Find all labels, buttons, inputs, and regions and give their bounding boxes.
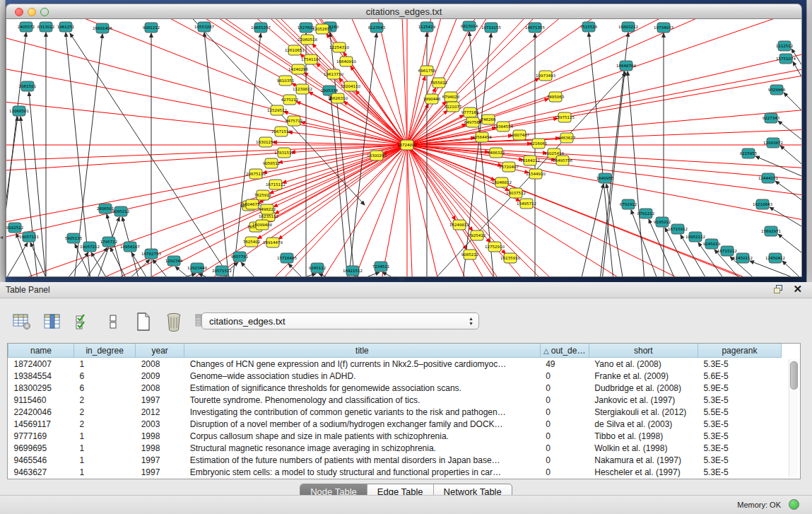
close-icon[interactable]: ✕ xyxy=(793,283,802,296)
graph-node[interactable]: 10655257 xyxy=(251,23,271,33)
graph-node[interactable]: 12444151 xyxy=(758,173,778,183)
table-cell[interactable]: 0 xyxy=(540,466,589,478)
graph-node[interactable]: 20564456 xyxy=(472,132,492,142)
table-cell[interactable]: Corpus callosum shape and size in male p… xyxy=(184,430,540,442)
west-collapse-handle-icon[interactable]: ◂ xyxy=(0,234,3,240)
table-cell[interactable]: 2 xyxy=(74,418,136,430)
graph-node[interactable]: 12529512 xyxy=(267,105,287,115)
east-panel-strip[interactable] xyxy=(806,0,812,282)
table-cell[interactable]: 9463627 xyxy=(8,466,74,478)
graph-node[interactable]: 8813014 xyxy=(461,21,478,31)
graph-node[interactable]: 7515526 xyxy=(580,22,598,32)
graph-node[interactable]: 18037512 xyxy=(506,188,526,198)
table-settings-button[interactable] xyxy=(10,310,34,334)
table-cell[interactable]: 0 xyxy=(540,454,589,466)
table-cell[interactable]: Jankovic et al. (1997) xyxy=(589,394,698,406)
graph-node[interactable]: 5498222 xyxy=(259,204,276,214)
graph-node[interactable]: 1640955 xyxy=(596,173,614,183)
table-row[interactable]: 969969511998Structural magnetic resonanc… xyxy=(8,442,782,454)
graph-node[interactable]: 13975115 xyxy=(555,112,575,122)
graph-node[interactable]: 9463627 xyxy=(558,133,576,143)
graph-node[interactable]: 4275212 xyxy=(281,95,299,105)
table-cell[interactable]: 1 xyxy=(74,358,136,370)
graph-node[interactable]: 10719155 xyxy=(481,23,501,33)
graph-node[interactable]: 19384554 xyxy=(493,122,513,132)
table-cell[interactable]: 19384554 xyxy=(8,370,74,382)
graph-node[interactable]: 15720407 xyxy=(499,162,519,172)
graph-node[interactable]: 8123543 xyxy=(368,23,386,33)
graph-node[interactable]: 2405572 xyxy=(18,22,35,32)
table-row[interactable]: 946362711997Embryonic stem cells: a mode… xyxy=(8,466,782,478)
table-cell[interactable]: 2008 xyxy=(136,358,184,370)
graph-node[interactable]: 10958107 xyxy=(120,242,140,252)
graph-node[interactable]: 18301251 xyxy=(256,137,276,147)
table-cell[interactable]: Franke et al. (2009) xyxy=(589,370,698,382)
table-cell[interactable]: 6 xyxy=(74,382,136,394)
graph-node[interactable]: 9475712 xyxy=(286,116,303,126)
table-cell[interactable]: 49 xyxy=(540,358,589,370)
table-cell[interactable]: 2 xyxy=(74,406,136,418)
table-cell[interactable]: 0 xyxy=(540,418,589,430)
graph-node[interactable]: 5905135 xyxy=(65,233,83,243)
graph-node[interactable]: 14240296 xyxy=(288,64,308,74)
graph-node[interactable]: 16640910 xyxy=(336,57,356,66)
graph-node[interactable]: 15249812 xyxy=(449,220,469,230)
table-cell[interactable]: 1 xyxy=(74,442,136,454)
graph-node[interactable]: 12068501 xyxy=(9,106,29,116)
table-row[interactable]: 1872400712008Changes of HCN gene express… xyxy=(8,358,782,370)
table-cell[interactable]: 5.3E-5 xyxy=(698,466,781,478)
graph-node[interactable]: 1112512 xyxy=(776,41,794,51)
window-titlebar[interactable]: citations_edges.txt xyxy=(6,4,802,19)
column-header-in-degree[interactable]: in_degree xyxy=(74,344,136,358)
graph-node[interactable]: 22060518 xyxy=(298,35,317,45)
table-cell[interactable]: Stergiakouli et al. (2012) xyxy=(589,406,698,418)
graph-node[interactable]: 10952112 xyxy=(686,232,705,242)
graph-node[interactable]: 746266 xyxy=(481,115,496,124)
graph-node[interactable]: 6216061 xyxy=(530,139,548,148)
column-header-name[interactable]: name xyxy=(8,344,74,358)
graph-node[interactable]: 6497568 xyxy=(464,117,482,127)
graph-node[interactable]: 1292344 xyxy=(165,256,183,266)
graph-node[interactable]: 20571512 xyxy=(212,266,232,276)
column-header-short[interactable]: short xyxy=(589,344,698,358)
graph-node[interactable]: 5121077 xyxy=(445,102,462,112)
table-cell[interactable]: 9115460 xyxy=(8,394,74,406)
table-cell[interactable]: Changes of HCN gene expression and I(f) … xyxy=(184,358,540,370)
graph-node[interactable]: 16782753 xyxy=(141,249,161,259)
graph-node[interactable]: 15692971 xyxy=(761,226,781,236)
citation-network-graph[interactable]: 2405572831301219612512069140690812121055… xyxy=(6,19,801,276)
graph-node[interactable]: 20671510 xyxy=(271,127,291,136)
table-row[interactable]: 911546021997Tourette syndrome. Phenomeno… xyxy=(8,394,782,406)
graph-node[interactable]: 2061501 xyxy=(19,81,37,91)
table-cell[interactable]: 1998 xyxy=(136,430,184,442)
graph-node[interactable]: 15716485 xyxy=(277,253,297,263)
table-cell[interactable]: 1998 xyxy=(136,442,184,454)
table-cell[interactable]: 1 xyxy=(74,430,136,442)
row-height-button[interactable] xyxy=(101,310,125,334)
graph-node[interactable]: 10807487 xyxy=(510,130,529,140)
network-graph-canvas[interactable]: 2405572831301219612512069140690812121055… xyxy=(6,19,802,277)
table-cell[interactable]: 1997 xyxy=(136,466,184,478)
graph-node[interactable]: 16210643 xyxy=(753,199,772,209)
table-cell[interactable]: 5.6E-5 xyxy=(698,370,781,382)
graph-node[interactable]: 9058512 xyxy=(263,158,281,168)
table-cell[interactable]: Structural magnetic resonance image aver… xyxy=(184,442,540,454)
column-header-out-de-[interactable]: △out_de… xyxy=(540,344,589,358)
graph-node[interactable]: 9857791 xyxy=(231,252,249,262)
table-cell[interactable]: Wolkin et al. (1998) xyxy=(589,442,698,454)
graph-node[interactable]: 7234511 xyxy=(372,262,390,271)
graph-node[interactable]: 9810351 xyxy=(277,76,295,86)
table-cell[interactable]: 5.3E-5 xyxy=(698,430,781,442)
graph-node[interactable]: 16715212 xyxy=(717,246,737,256)
graph-node[interactable]: 9245019 xyxy=(703,239,721,249)
table-cell[interactable]: 18724007 xyxy=(8,358,74,370)
graph-node[interactable]: 12254310 xyxy=(329,42,349,52)
west-panel-strip[interactable]: ◂ xyxy=(0,0,6,282)
table-cell[interactable]: Disruption of a novel member of a sodium… xyxy=(184,418,540,430)
table-cell[interactable]: 0 xyxy=(540,370,589,382)
table-row[interactable]: 1456911722003Disruption of a novel membe… xyxy=(8,418,782,430)
table-cell[interactable]: Embryonic stem cells: a model to study s… xyxy=(184,466,540,478)
graph-node[interactable]: 7925412 xyxy=(469,230,486,240)
graph-node[interactable]: 9182512 xyxy=(6,223,23,233)
table-cell[interactable]: 1997 xyxy=(136,454,184,466)
